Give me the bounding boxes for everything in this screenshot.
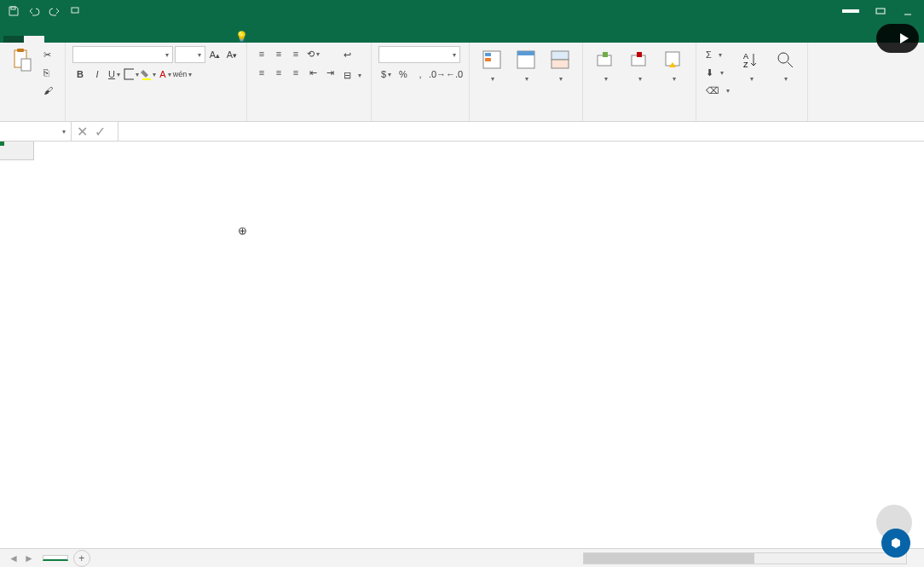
clear-button[interactable]: ⌫▾ — [703, 82, 732, 99]
percent-icon[interactable]: % — [396, 66, 411, 82]
tab-file[interactable] — [3, 36, 24, 43]
svg-rect-10 — [485, 53, 491, 56]
sheet-tab-active[interactable] — [43, 555, 68, 561]
group-label-styles — [476, 118, 575, 121]
play-icon[interactable] — [895, 29, 914, 48]
font-color-button[interactable]: A▾ — [158, 66, 173, 82]
svg-rect-6 — [21, 59, 31, 71]
sort-filter-button[interactable]: AZ▾ — [736, 46, 766, 84]
minimize-icon[interactable] — [895, 3, 921, 20]
tab-formulas[interactable] — [85, 36, 106, 43]
merge-center-button[interactable]: ⊟▾ — [341, 66, 364, 84]
align-right-icon[interactable]: ≡ — [288, 65, 303, 80]
align-left-icon[interactable]: ≡ — [254, 65, 269, 80]
align-top-icon[interactable]: ≡ — [254, 46, 269, 61]
currency-icon[interactable]: $▾ — [378, 66, 394, 82]
indent-increase-icon[interactable]: ⇥ — [322, 65, 338, 80]
sheet-nav-next-icon[interactable]: ► — [24, 552, 34, 564]
fill-button[interactable]: ⬇▾ — [703, 64, 732, 81]
svg-rect-13 — [517, 51, 534, 55]
decrease-decimal-icon[interactable]: ←.0 — [447, 66, 462, 82]
svg-rect-5 — [17, 49, 24, 52]
select-all-corner[interactable] — [0, 142, 34, 160]
enter-formula-icon[interactable]: ✓ — [95, 124, 106, 140]
scroll-thumb[interactable] — [584, 553, 754, 564]
cut-button[interactable]: ✂ — [41, 46, 58, 63]
cancel-formula-icon[interactable]: ✕ — [77, 124, 88, 140]
sort-icon: AZ — [739, 48, 763, 72]
align-bottom-icon[interactable]: ≡ — [288, 46, 303, 61]
comma-icon[interactable]: , — [413, 66, 428, 82]
tab-review[interactable] — [126, 36, 147, 43]
svg-rect-19 — [637, 52, 642, 57]
table-format-button[interactable]: ▾ — [511, 46, 541, 84]
tab-data[interactable] — [106, 36, 126, 43]
undo-icon[interactable] — [26, 3, 43, 20]
tab-pivot[interactable] — [208, 36, 228, 43]
sigma-icon: Σ — [706, 49, 712, 60]
svg-rect-17 — [603, 52, 608, 57]
name-box[interactable]: ▾ — [0, 122, 72, 141]
svg-rect-8 — [142, 78, 151, 80]
horizontal-scrollbar[interactable] — [90, 552, 924, 564]
tab-help[interactable] — [188, 36, 208, 43]
underline-button[interactable]: U▾ — [107, 66, 122, 82]
save-icon[interactable] — [5, 3, 22, 20]
formula-bar: ▾ ✕ ✓ — [0, 122, 924, 142]
conditional-format-button[interactable]: ▾ — [476, 46, 507, 84]
group-alignment: ≡ ≡ ≡ ⟲▾ ≡ ≡ ≡ ⇤ ⇥ ↩ ⊟▾ — [247, 43, 372, 121]
scissors-icon: ✂ — [43, 49, 51, 61]
font-size-combo[interactable]: ▾ — [175, 46, 205, 63]
find-select-button[interactable]: ▾ — [770, 46, 800, 84]
title-bar — [0, 0, 924, 21]
tab-layout[interactable] — [65, 36, 85, 43]
svg-text:A: A — [743, 52, 748, 61]
spreadsheet-grid[interactable]: ⊕ — [0, 142, 924, 548]
format-cells-button[interactable]: ▾ — [658, 46, 689, 84]
tell-me-search[interactable]: 💡 — [228, 31, 251, 43]
number-format-combo[interactable]: ▾ — [378, 46, 460, 63]
border-button[interactable]: ▾ — [124, 66, 139, 82]
tab-dev[interactable] — [167, 36, 188, 43]
italic-button[interactable]: I — [90, 66, 105, 82]
fill-color-button[interactable]: ▾ — [141, 66, 156, 82]
decrease-font-icon[interactable]: A▾ — [224, 47, 240, 62]
wrap-text-button[interactable]: ↩ — [341, 46, 364, 63]
phonetic-button[interactable]: wén▾ — [175, 66, 190, 82]
ribbon-options-icon[interactable] — [868, 3, 893, 20]
add-sheet-button[interactable]: + — [73, 550, 90, 567]
group-label-editing — [703, 118, 800, 121]
find-icon — [773, 48, 797, 72]
formula-input[interactable] — [118, 122, 924, 141]
cursor-icon: ⊕ — [238, 224, 247, 237]
group-clipboard: ✂ ⎘ 🖌 — [0, 43, 66, 121]
group-label-cells — [590, 118, 689, 121]
delete-cells-button[interactable]: ▾ — [624, 46, 655, 84]
qat-more-icon[interactable] — [66, 3, 84, 20]
align-center-icon[interactable]: ≡ — [271, 65, 286, 80]
format-icon — [661, 48, 685, 72]
format-painter-button[interactable]: 🖌 — [41, 82, 58, 99]
insert-cells-button[interactable]: ▾ — [590, 46, 621, 84]
increase-font-icon[interactable]: A▴ — [207, 47, 222, 62]
tab-view[interactable] — [147, 36, 167, 43]
redo-icon[interactable] — [46, 3, 63, 20]
tab-insert[interactable] — [44, 36, 65, 43]
group-font: ▾ ▾ A▴ A▾ B I U▾ ▾ ▾ A▾ wén▾ — [66, 43, 247, 121]
increase-decimal-icon[interactable]: .0→ — [430, 66, 445, 82]
table-format-icon — [514, 48, 538, 72]
align-middle-icon[interactable]: ≡ — [271, 46, 286, 61]
tab-home[interactable] — [24, 36, 44, 43]
autosum-button[interactable]: Σ▾ — [703, 46, 732, 63]
paste-button[interactable] — [7, 46, 38, 75]
orientation-icon[interactable]: ⟲▾ — [305, 46, 321, 61]
cell-style-icon — [548, 48, 572, 72]
copy-button[interactable]: ⎘ — [41, 64, 58, 81]
delete-icon — [627, 48, 651, 72]
sheet-nav-prev-icon[interactable]: ◄ — [9, 552, 19, 564]
login-button[interactable] — [842, 9, 859, 13]
bold-button[interactable]: B — [72, 66, 88, 82]
indent-decrease-icon[interactable]: ⇤ — [305, 65, 321, 80]
cell-styles-button[interactable]: ▾ — [545, 46, 575, 84]
font-name-combo[interactable]: ▾ — [72, 46, 173, 63]
